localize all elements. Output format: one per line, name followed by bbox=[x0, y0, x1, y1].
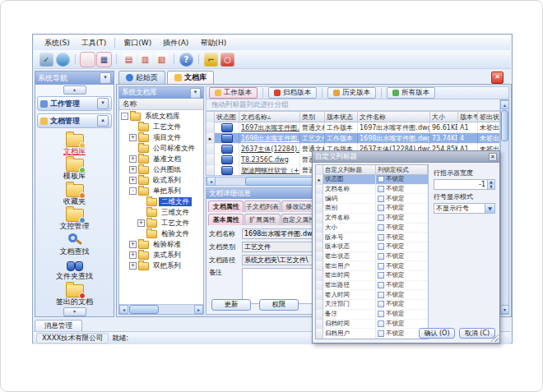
grid-row[interactable]: 签入时间不锁定 bbox=[316, 290, 428, 300]
grid-row[interactable]: 文档名称不锁定 bbox=[316, 185, 428, 195]
sidebar-item-document-library[interactable]: 文档库 bbox=[63, 131, 86, 156]
detail-tab[interactable]: 子文档列表 bbox=[244, 201, 280, 212]
column-header[interactable]: 文档名称 ▵ bbox=[239, 112, 300, 122]
scroll-right-icon[interactable]: ▸ bbox=[194, 305, 203, 314]
tab-all-versions[interactable]: 所有版本 bbox=[387, 87, 435, 99]
expand-icon[interactable]: + bbox=[129, 134, 137, 141]
detail-subtab[interactable]: 基本属性 bbox=[208, 214, 244, 225]
menu-item-5[interactable]: 帮助(H) bbox=[194, 36, 232, 50]
tree-item[interactable]: +欧式系列 bbox=[119, 175, 203, 186]
menu-item-4[interactable]: 插件(A) bbox=[157, 36, 194, 50]
tab-start-page[interactable]: 起始页 bbox=[118, 71, 165, 84]
checkbox-unchecked-icon[interactable] bbox=[378, 253, 384, 260]
expand-icon[interactable]: + bbox=[129, 241, 137, 248]
column-header[interactable]: 签出状态 bbox=[478, 112, 500, 122]
expand-icon[interactable]: + bbox=[129, 251, 137, 259]
grid-row[interactable]: 归档用户不锁定 bbox=[316, 329, 428, 339]
group-by-bar[interactable]: 拖动列标题到此进行分组 bbox=[206, 99, 500, 111]
menu-item-3[interactable]: 窗口(W) bbox=[118, 36, 157, 50]
tree-item[interactable]: +基准文档 bbox=[119, 154, 203, 164]
update-button[interactable]: 更新 bbox=[211, 299, 251, 311]
scroll-left-icon[interactable]: ◂ bbox=[207, 177, 216, 186]
tree-horizontal-scrollbar[interactable]: ◂ ▸ bbox=[119, 304, 203, 314]
open-folder-icon[interactable] bbox=[81, 53, 95, 67]
close-icon[interactable]: ✕ bbox=[491, 71, 504, 84]
sidebar-pin-icon[interactable]: ▾ bbox=[100, 72, 111, 84]
column-header[interactable]: 大小 bbox=[430, 112, 458, 122]
collapse-icon[interactable]: - bbox=[129, 187, 137, 195]
row-indicator-width-stepper[interactable]: -1 ▲▼ bbox=[434, 179, 495, 190]
sidebar-scroll-up[interactable]: ▴ bbox=[35, 85, 114, 95]
grid-row[interactable]: 版本号不锁定 bbox=[316, 233, 428, 242]
checkbox-unchecked-icon[interactable] bbox=[378, 292, 384, 298]
checkbox-unchecked-icon[interactable] bbox=[378, 205, 384, 211]
table-row[interactable]: 1697出水嘴零件图.dwg普通文档工作版本1697出水嘴零件图.dwg96.6… bbox=[207, 122, 499, 133]
checkbox-unchecked-icon[interactable] bbox=[378, 196, 384, 202]
column-header[interactable]: 列锁定模式 bbox=[376, 165, 428, 175]
sidebar-item-doc-control[interactable]: 文控管理 bbox=[60, 206, 90, 232]
expand-icon[interactable]: + bbox=[129, 177, 137, 184]
grid-row[interactable]: 类别不锁定 bbox=[316, 204, 428, 214]
column-header[interactable]: 自定义列标题 bbox=[323, 165, 376, 175]
spin-down-icon[interactable]: ▼ bbox=[487, 185, 494, 190]
checkin-document-icon[interactable]: ▤ bbox=[122, 53, 136, 67]
table-vertical-scrollbar[interactable]: ▴ ▾ bbox=[500, 99, 509, 315]
checkbox-unchecked-icon[interactable] bbox=[378, 330, 384, 337]
sidebar-item-doc-search[interactable]: 文档查找 bbox=[60, 231, 90, 256]
cancel-button[interactable]: 取消 (C) bbox=[459, 328, 495, 339]
sidebar-item-favorites[interactable]: 收藏夹 bbox=[63, 181, 86, 206]
close-icon[interactable]: ✕ bbox=[489, 153, 497, 161]
grid-row[interactable]: 签出时间不锁定 bbox=[316, 271, 428, 281]
expand-icon[interactable]: + bbox=[129, 166, 137, 173]
tab-history-version[interactable]: 历史版本 bbox=[327, 87, 376, 99]
checkbox-unchecked-icon[interactable] bbox=[378, 301, 384, 307]
tree-column-header[interactable]: 名称 bbox=[119, 99, 203, 110]
expand-icon[interactable]: + bbox=[137, 219, 145, 227]
tree-item[interactable]: 公司标准文件 bbox=[119, 143, 203, 154]
checkbox-unchecked-icon[interactable] bbox=[378, 272, 384, 279]
grid-row[interactable]: 归档时间不锁定 bbox=[316, 320, 428, 330]
scroll-up-icon[interactable]: ▴ bbox=[500, 100, 509, 109]
tree-item[interactable]: 检验文件 bbox=[119, 228, 203, 239]
column-header[interactable]: 状态图 bbox=[215, 112, 239, 122]
tree-item[interactable]: -系统文档库 bbox=[119, 111, 203, 122]
checkbox-unchecked-icon[interactable] bbox=[378, 186, 384, 192]
dialog-title-bar[interactable]: 自定义列标题 ✕ bbox=[313, 151, 499, 163]
exit-icon[interactable]: ○ bbox=[220, 53, 234, 67]
field-value[interactable]: 1698出水嘴零件图.dwg bbox=[242, 228, 316, 239]
detail-subtab[interactable]: 扩展属性 bbox=[244, 214, 280, 225]
tree-item[interactable]: -单把系列 bbox=[119, 186, 203, 196]
tree-item[interactable]: +工艺文件 bbox=[119, 218, 203, 228]
chevron-down-icon[interactable]: ▾ bbox=[97, 98, 109, 109]
permission-button[interactable]: 权限 bbox=[259, 299, 299, 311]
expand-icon[interactable]: + bbox=[129, 155, 137, 163]
scrollbar-thumb[interactable] bbox=[129, 305, 159, 314]
grid-row[interactable]: 编码不锁定 bbox=[316, 194, 428, 204]
tree-item[interactable]: 工艺文件 bbox=[119, 122, 203, 132]
pin-icon[interactable]: ▾ bbox=[190, 88, 201, 99]
checkout-document-icon[interactable]: ▥ bbox=[138, 53, 152, 67]
grid-row[interactable]: ▸状态图不锁定 bbox=[316, 175, 428, 185]
column-header[interactable]: 类别 bbox=[300, 112, 325, 122]
resize-grip[interactable] bbox=[491, 334, 499, 342]
column-header[interactable]: 版本状态 bbox=[325, 112, 358, 122]
tree-item[interactable]: +双把系列 bbox=[119, 261, 203, 271]
grid-row[interactable]: 签出状态不锁定 bbox=[316, 252, 428, 262]
scrollbar-thumb[interactable] bbox=[501, 110, 508, 141]
checkbox-unchecked-icon[interactable] bbox=[378, 224, 384, 231]
checkbox-unchecked-icon[interactable] bbox=[378, 176, 384, 182]
collapse-icon[interactable]: - bbox=[121, 113, 128, 120]
checkbox-unchecked-icon[interactable] bbox=[378, 243, 384, 250]
sidebar-item-folder-search[interactable]: 文件夹查找 bbox=[56, 256, 93, 282]
connect-server-icon[interactable]: ✓ bbox=[39, 53, 53, 67]
table-row[interactable]: ▸1698出水嘴零件图.dwg工艺文件工作版本1698出水嘴零件图.dwg73.… bbox=[207, 133, 499, 144]
tab-message-management[interactable]: 消息管理 bbox=[35, 320, 82, 331]
grid-row[interactable]: 版本状态不锁定 bbox=[316, 242, 428, 252]
grid-row[interactable]: 签出用户不锁定 bbox=[316, 261, 428, 271]
tree-item[interactable]: +美式系列 bbox=[119, 250, 203, 261]
tree-item[interactable]: +项目文件 bbox=[119, 132, 203, 143]
folder-views-icon[interactable]: ▦ bbox=[97, 53, 111, 67]
chevron-up-icon[interactable]: ▴ bbox=[97, 115, 109, 127]
checkbox-unchecked-icon[interactable] bbox=[378, 214, 384, 221]
menu-item-1[interactable]: 系统(S) bbox=[39, 36, 76, 50]
